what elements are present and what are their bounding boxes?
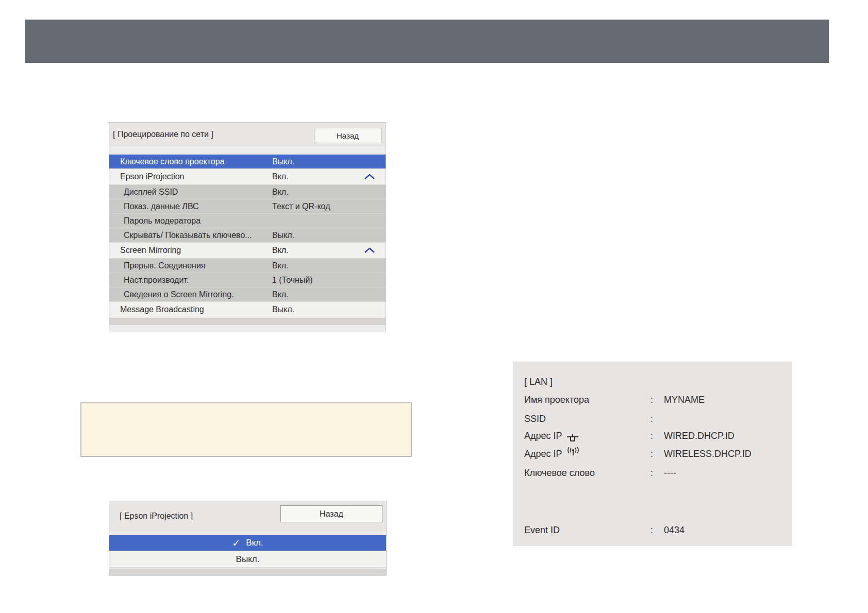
lan-row-label: SSID: [524, 414, 650, 424]
menu-row-label: Скрывать/ Показывать ключево...: [109, 231, 252, 240]
menu-row-label: Сведения о Screen Mirroring.: [109, 290, 234, 299]
menu-row-value: Вкл.: [272, 188, 289, 197]
menu-row-label: Пароль модератора: [109, 216, 201, 226]
menu-row-keyword-display[interactable]: Скрывать/ Показывать ключево... Выкл.: [109, 228, 386, 242]
lan-row-value: WIRELESS.DHCP.ID: [664, 449, 752, 459]
lan-row-colon: :: [650, 414, 664, 424]
iprojection-menu-header: [ Epson iProjection ] Назад: [109, 501, 386, 531]
menu-row-label: Epson iProjection: [109, 172, 185, 181]
lan-row-colon: :: [650, 449, 664, 459]
lan-row-colon: :: [650, 525, 664, 536]
menu-row-label: Прерыв. Соединения: [109, 261, 206, 270]
menu-row-epson-iprojection[interactable]: Epson iProjection Вкл.: [109, 169, 386, 184]
option-label: Выкл.: [236, 554, 260, 565]
network-menu-header: [ Проецирование по сети ] Назад: [109, 123, 386, 146]
wired-network-icon: [566, 434, 579, 443]
lan-row-keyword: Ключевое слово : ----: [524, 468, 676, 479]
menu-row-label: Message Broadcasting: [109, 305, 204, 314]
option-label: Вкл.: [246, 538, 263, 548]
epson-iprojection-menu-panel: [ Epson iProjection ] Назад ✓ Вкл. Выкл.: [109, 501, 387, 575]
menu-row-projector-keyword[interactable]: Ключевое слово проектора Выкл.: [109, 155, 386, 168]
back-button[interactable]: Назад: [314, 128, 381, 143]
lan-row-ip-wired: Адрес IP : WIRED.DHCP.ID: [524, 431, 735, 441]
checkmark-icon: ✓: [232, 537, 240, 549]
menu-row-label: Наст.производит.: [109, 276, 189, 285]
menu-row-display-ssid[interactable]: Дисплей SSID Вкл.: [109, 185, 386, 199]
lan-row-event-id: Event ID : 0434: [524, 525, 685, 536]
network-menu-title: [ Проецирование по сети ]: [113, 130, 213, 139]
lan-row-projector-name: Имя проектора : MYNAME: [524, 395, 705, 405]
lan-row-ssid: SSID :: [524, 414, 664, 424]
chevron-up-icon: [364, 174, 375, 180]
network-projection-menu-panel: [ Проецирование по сети ] Назад Ключевое…: [109, 122, 386, 332]
chevron-up-icon: [364, 247, 375, 253]
note-box: [80, 402, 412, 457]
lan-row-label: Имя проектора: [524, 395, 650, 405]
lan-panel-title: [ LAN ]: [524, 377, 553, 387]
menu-row-screen-mirroring[interactable]: Screen Mirroring Вкл.: [109, 243, 386, 258]
menu-row-label: Дисплей SSID: [109, 188, 178, 197]
menu-bottom-strip: [109, 318, 386, 325]
menu-row-value: Выкл.: [272, 157, 294, 166]
lan-row-value: WIRED.DHCP.ID: [664, 431, 735, 441]
menu-row-value: Вкл.: [272, 261, 289, 270]
lan-row-colon: :: [650, 395, 664, 405]
menu-row-label: Показ. данные ЛВС: [109, 202, 199, 211]
menu-row-message-broadcasting[interactable]: Message Broadcasting Выкл.: [109, 302, 386, 317]
menu-row-moderator-password[interactable]: Пароль модератора: [109, 214, 386, 228]
iprojection-options: ✓ Вкл. Выкл.: [109, 535, 386, 568]
menu-row-screen-mirroring-info[interactable]: Сведения о Screen Mirroring. Вкл.: [109, 287, 386, 301]
menu-row-label: Ключевое слово проектора: [109, 157, 225, 166]
back-button[interactable]: Назад: [280, 505, 382, 522]
lan-row-label: Ключевое слово: [524, 468, 650, 479]
lan-row-value: ----: [664, 468, 676, 479]
menu-row-label: Screen Mirroring: [109, 246, 181, 255]
wireless-network-icon: [566, 447, 580, 456]
menu-row-value: Вкл.: [272, 172, 289, 181]
iprojection-menu-title: [ Epson iProjection ]: [120, 512, 193, 521]
menu-row-value: Вкл.: [272, 246, 289, 255]
option-on[interactable]: ✓ Вкл.: [109, 535, 386, 551]
option-off[interactable]: Выкл.: [109, 551, 386, 567]
top-header-bar: [25, 20, 829, 63]
menu-row-lan-info-display[interactable]: Показ. данные ЛВС Текст и QR-код: [109, 199, 386, 213]
network-menu-rows: Ключевое слово проектора Выкл. Epson iPr…: [109, 155, 386, 317]
lan-row-value: 0434: [664, 525, 685, 536]
lan-row-label: Event ID: [524, 525, 650, 536]
menu-row-value: Выкл.: [272, 305, 294, 314]
lan-row-ip-wireless: Адрес IP : WIRELESS.DHCP.ID: [524, 449, 752, 459]
menu-row-value: Вкл.: [272, 290, 289, 299]
menu-bottom-strip: [109, 569, 386, 576]
menu-row-performance-setting[interactable]: Наст.производит. 1 (Точный): [109, 273, 386, 287]
lan-row-colon: :: [650, 468, 664, 479]
lan-row-label: Адрес IP: [524, 431, 650, 441]
lan-row-label: Адрес IP: [524, 449, 650, 459]
menu-row-interrupt-connection[interactable]: Прерыв. Соединения Вкл.: [109, 259, 386, 273]
lan-info-panel: [ LAN ] Имя проектора : MYNAME SSID : Ад…: [513, 362, 792, 546]
lan-row-colon: :: [650, 431, 664, 441]
menu-row-value: Выкл.: [272, 231, 294, 240]
lan-row-value: MYNAME: [664, 395, 705, 405]
menu-row-value: 1 (Точный): [272, 276, 313, 285]
menu-row-value: Текст и QR-код: [272, 202, 330, 211]
